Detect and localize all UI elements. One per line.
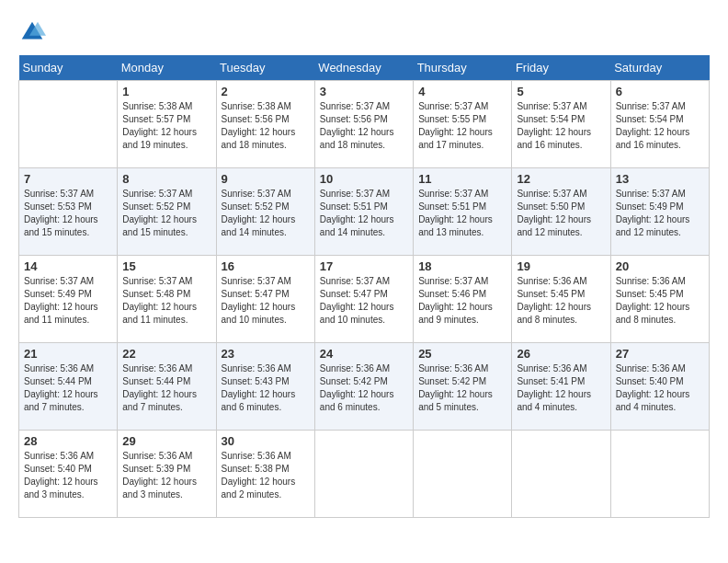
day-info: Sunrise: 5:37 AM Sunset: 5:52 PM Dayligh… [122,188,210,239]
calendar-cell: 26Sunrise: 5:36 AM Sunset: 5:41 PM Dayli… [512,343,610,431]
day-info: Sunrise: 5:37 AM Sunset: 5:49 PM Dayligh… [24,275,112,327]
day-info: Sunrise: 5:38 AM Sunset: 5:57 PM Dayligh… [122,100,210,152]
day-info: Sunrise: 5:36 AM Sunset: 5:42 PM Dayligh… [418,362,506,414]
day-info: Sunrise: 5:37 AM Sunset: 5:53 PM Dayligh… [24,188,112,239]
day-info: Sunrise: 5:36 AM Sunset: 5:39 PM Dayligh… [122,450,210,501]
day-info: Sunrise: 5:36 AM Sunset: 5:40 PM Dayligh… [616,362,704,414]
calendar-cell [314,431,413,518]
calendar-cell [512,431,610,518]
calendar-cell: 30Sunrise: 5:36 AM Sunset: 5:38 PM Dayli… [216,431,314,518]
calendar-cell: 25Sunrise: 5:36 AM Sunset: 5:42 PM Dayli… [414,343,512,431]
day-number: 19 [517,259,605,273]
day-number: 17 [320,259,408,273]
day-number: 26 [517,347,605,361]
day-number: 13 [616,172,704,186]
day-number: 30 [222,434,310,448]
day-number: 4 [418,85,506,98]
day-number: 8 [122,172,210,186]
day-number: 22 [122,347,210,361]
day-number: 20 [616,259,704,273]
week-row-1: 1Sunrise: 5:38 AM Sunset: 5:57 PM Daylig… [19,81,710,168]
week-row-5: 28Sunrise: 5:36 AM Sunset: 5:40 PM Dayli… [19,431,710,518]
day-number: 14 [24,259,112,273]
day-info: Sunrise: 5:37 AM Sunset: 5:47 PM Dayligh… [222,275,310,327]
day-number: 2 [222,85,310,98]
page-header [18,18,710,46]
day-info: Sunrise: 5:38 AM Sunset: 5:56 PM Dayligh… [222,100,310,152]
header-monday: Monday [118,55,216,81]
day-number: 9 [222,172,310,186]
day-info: Sunrise: 5:36 AM Sunset: 5:45 PM Dayligh… [517,275,605,327]
header-thursday: Thursday [414,55,512,81]
day-info: Sunrise: 5:37 AM Sunset: 5:54 PM Dayligh… [616,100,704,152]
day-number: 11 [418,172,506,186]
calendar-cell: 9Sunrise: 5:37 AM Sunset: 5:52 PM Daylig… [216,168,314,256]
day-info: Sunrise: 5:37 AM Sunset: 5:50 PM Dayligh… [517,188,605,239]
calendar-cell: 2Sunrise: 5:38 AM Sunset: 5:56 PM Daylig… [216,81,314,168]
calendar-cell: 15Sunrise: 5:37 AM Sunset: 5:48 PM Dayli… [118,256,216,343]
calendar-header: SundayMondayTuesdayWednesdayThursdayFrid… [19,55,710,81]
calendar-cell: 16Sunrise: 5:37 AM Sunset: 5:47 PM Dayli… [216,256,314,343]
calendar-cell: 12Sunrise: 5:37 AM Sunset: 5:50 PM Dayli… [512,168,610,256]
week-row-3: 14Sunrise: 5:37 AM Sunset: 5:49 PM Dayli… [19,256,710,343]
day-info: Sunrise: 5:37 AM Sunset: 5:49 PM Dayligh… [616,188,704,239]
calendar-cell: 4Sunrise: 5:37 AM Sunset: 5:55 PM Daylig… [414,81,512,168]
day-number: 25 [418,347,506,361]
calendar-cell: 7Sunrise: 5:37 AM Sunset: 5:53 PM Daylig… [19,168,118,256]
day-info: Sunrise: 5:37 AM Sunset: 5:56 PM Dayligh… [320,100,408,152]
calendar-cell: 17Sunrise: 5:37 AM Sunset: 5:47 PM Dayli… [314,256,413,343]
day-info: Sunrise: 5:37 AM Sunset: 5:51 PM Dayligh… [320,188,408,239]
day-number: 5 [517,85,605,98]
day-info: Sunrise: 5:36 AM Sunset: 5:43 PM Dayligh… [222,362,310,414]
header-wednesday: Wednesday [314,55,413,81]
day-info: Sunrise: 5:37 AM Sunset: 5:52 PM Dayligh… [222,188,310,239]
day-info: Sunrise: 5:36 AM Sunset: 5:44 PM Dayligh… [24,362,112,414]
calendar-body: 1Sunrise: 5:38 AM Sunset: 5:57 PM Daylig… [19,81,710,518]
calendar-cell: 5Sunrise: 5:37 AM Sunset: 5:54 PM Daylig… [512,81,610,168]
day-info: Sunrise: 5:36 AM Sunset: 5:44 PM Dayligh… [122,362,210,414]
header-tuesday: Tuesday [216,55,314,81]
logo [18,18,50,46]
day-number: 1 [122,85,210,98]
day-number: 28 [24,434,112,448]
day-number: 21 [24,347,112,361]
day-info: Sunrise: 5:36 AM Sunset: 5:40 PM Dayligh… [24,450,112,501]
day-number: 15 [122,259,210,273]
calendar-cell [414,431,512,518]
day-number: 6 [616,85,704,98]
calendar-cell: 19Sunrise: 5:36 AM Sunset: 5:45 PM Dayli… [512,256,610,343]
week-row-4: 21Sunrise: 5:36 AM Sunset: 5:44 PM Dayli… [19,343,710,431]
calendar-cell: 28Sunrise: 5:36 AM Sunset: 5:40 PM Dayli… [19,431,118,518]
calendar-cell [19,81,118,168]
day-number: 3 [320,85,408,98]
calendar-cell: 8Sunrise: 5:37 AM Sunset: 5:52 PM Daylig… [118,168,216,256]
calendar-cell: 1Sunrise: 5:38 AM Sunset: 5:57 PM Daylig… [118,81,216,168]
calendar-cell: 23Sunrise: 5:36 AM Sunset: 5:43 PM Dayli… [216,343,314,431]
day-info: Sunrise: 5:36 AM Sunset: 5:38 PM Dayligh… [222,450,310,501]
calendar-cell: 22Sunrise: 5:36 AM Sunset: 5:44 PM Dayli… [118,343,216,431]
calendar-cell: 3Sunrise: 5:37 AM Sunset: 5:56 PM Daylig… [314,81,413,168]
calendar-cell: 27Sunrise: 5:36 AM Sunset: 5:40 PM Dayli… [610,343,709,431]
day-info: Sunrise: 5:36 AM Sunset: 5:41 PM Dayligh… [517,362,605,414]
calendar-cell: 11Sunrise: 5:37 AM Sunset: 5:51 PM Dayli… [414,168,512,256]
calendar-cell: 24Sunrise: 5:36 AM Sunset: 5:42 PM Dayli… [314,343,413,431]
day-info: Sunrise: 5:37 AM Sunset: 5:46 PM Dayligh… [418,275,506,327]
day-number: 27 [616,347,704,361]
day-number: 7 [24,172,112,186]
day-number: 10 [320,172,408,186]
calendar-cell: 18Sunrise: 5:37 AM Sunset: 5:46 PM Dayli… [414,256,512,343]
logo-icon [18,18,46,46]
header-friday: Friday [512,55,610,81]
header-sunday: Sunday [19,55,118,81]
day-info: Sunrise: 5:37 AM Sunset: 5:47 PM Dayligh… [320,275,408,327]
day-info: Sunrise: 5:37 AM Sunset: 5:48 PM Dayligh… [122,275,210,327]
calendar-table: SundayMondayTuesdayWednesdayThursdayFrid… [18,55,710,518]
day-number: 23 [222,347,310,361]
calendar-cell: 6Sunrise: 5:37 AM Sunset: 5:54 PM Daylig… [610,81,709,168]
day-number: 24 [320,347,408,361]
day-info: Sunrise: 5:36 AM Sunset: 5:45 PM Dayligh… [616,275,704,327]
day-info: Sunrise: 5:36 AM Sunset: 5:42 PM Dayligh… [320,362,408,414]
day-number: 12 [517,172,605,186]
week-row-2: 7Sunrise: 5:37 AM Sunset: 5:53 PM Daylig… [19,168,710,256]
calendar-cell [610,431,709,518]
